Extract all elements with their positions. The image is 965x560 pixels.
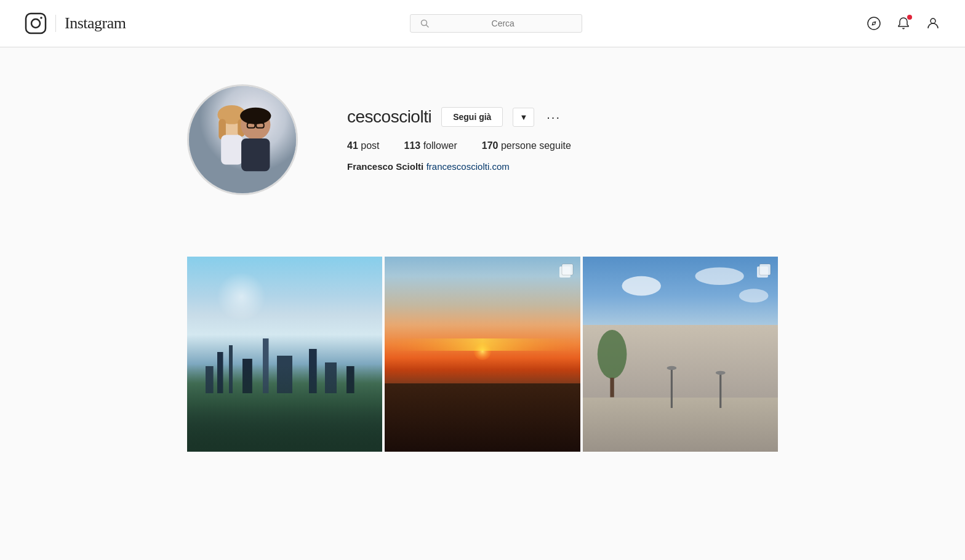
search-icon: [420, 19, 429, 28]
profile-username: cescosciolti: [347, 107, 431, 127]
profile-container: cescosciolti Segui già ▼ ··· 41 post 113…: [175, 47, 790, 257]
explore-icon[interactable]: [867, 16, 881, 31]
logo-container: Instagram: [25, 12, 126, 34]
header-nav: [867, 16, 940, 31]
follow-button[interactable]: Segui già: [441, 107, 503, 127]
more-options-button[interactable]: ···: [544, 110, 563, 124]
svg-point-17: [240, 108, 271, 124]
svg-rect-0: [26, 14, 46, 33]
svg-point-2: [40, 17, 42, 19]
instagram-logo-icon: [25, 12, 47, 34]
avatar-image: [189, 86, 296, 193]
svg-rect-21: [241, 138, 270, 171]
post-item[interactable]: [187, 257, 382, 452]
profile-full-name: Francesco Sciolti: [347, 161, 423, 172]
search-box[interactable]: [410, 14, 582, 33]
profile-bio: Francesco Sciolti francescosciolti.com: [347, 161, 778, 172]
post-item[interactable]: [583, 257, 778, 452]
header: Instagram: [0, 0, 965, 47]
logo-divider: [55, 15, 56, 32]
dropdown-arrow-icon: ▼: [519, 113, 527, 122]
posts-stat: 41 post: [347, 140, 380, 151]
search-container: [126, 14, 867, 33]
post-item[interactable]: [385, 257, 580, 452]
notification-dot: [907, 15, 912, 20]
followers-stat[interactable]: 113 follower: [404, 140, 457, 151]
search-input[interactable]: [434, 18, 572, 28]
profile-stats: 41 post 113 follower 170 persone seguite: [347, 140, 778, 151]
following-stat[interactable]: 170 persone seguite: [482, 140, 571, 151]
svg-rect-15: [221, 135, 242, 164]
profile-icon[interactable]: [926, 16, 940, 31]
profile-info: cescosciolti Segui già ▼ ··· 41 post 113…: [347, 107, 778, 172]
svg-point-8: [931, 18, 935, 23]
notifications-icon[interactable]: [896, 16, 911, 31]
svg-point-1: [31, 19, 40, 28]
username-row: cescosciolti Segui già ▼ ···: [347, 107, 778, 127]
svg-line-4: [426, 25, 429, 28]
profile-website-link[interactable]: francescosciolti.com: [426, 161, 510, 172]
app-title: Instagram: [65, 14, 126, 33]
svg-point-7: [873, 23, 875, 25]
follow-dropdown-button[interactable]: ▼: [513, 108, 534, 127]
profile-header: cescosciolti Segui già ▼ ··· 41 post 113…: [187, 84, 778, 195]
posts-grid: [175, 257, 790, 452]
profile-avatar: [187, 84, 298, 195]
